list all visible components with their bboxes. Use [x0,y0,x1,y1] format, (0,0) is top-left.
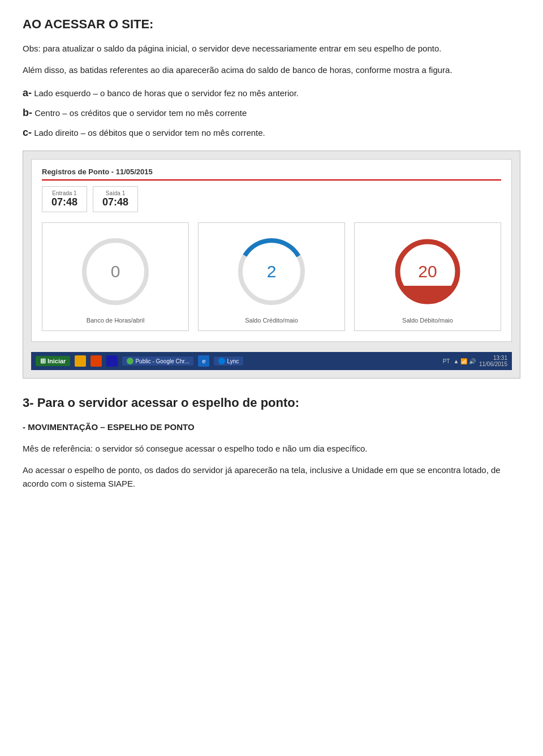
chrome-label: Public - Google Chr... [135,358,189,364]
list-b-text: Centro – os créditos que o servidor tem … [32,108,247,118]
taskbar-clock: 13:31 11/06/2015 [479,355,507,367]
taskbar-left: ⊞ Iniciar Public - Google Chr... e Lync [36,355,243,367]
chrome-btn[interactable]: Public - Google Chr... [122,356,193,366]
gauge-1-label: Banco de Horas/abril [87,317,145,324]
taskbar-date: 11/06/2015 [479,361,507,367]
taskbar-locale: PT [443,358,450,364]
list-c-text: Lado direito – os débitos que o servidor… [32,128,265,138]
list-a-prefix: a- [23,87,32,98]
saida-value: 07:48 [101,196,130,208]
gauge-1: 0 Banco de Horas/abril [42,222,189,331]
list-a: a- Lado esquerdo – o banco de horas que … [23,85,520,101]
taskbar-icon-3[interactable] [106,355,118,367]
gauge-2-value: 2 [267,262,277,281]
start-label: Iniciar [48,358,66,364]
gauge-2: 2 Saldo Crédito/maio [198,222,345,331]
section3-line1: - MOVIMENTAÇÃO – ESPELHO DE PONTO [23,420,520,434]
entrada-value: 07:48 [50,196,79,208]
taskbar-time: 13:31 [479,355,507,361]
gauge-3-value: 20 [418,262,437,281]
list-b: b- Centro – os créditos que o servidor t… [23,105,520,121]
saida-label: Saída 1 [101,190,130,196]
section3-line2: Mês de referência: o servidor só consegu… [23,442,520,456]
gauge-1-value: 0 [111,262,120,281]
gauges-row: 0 Banco de Horas/abril 2 Saldo Crédito/m… [42,222,501,331]
section3-title: 3- Para o servidor acessar o espelho de … [23,396,520,410]
gauge-3-circle: 20 [388,232,467,311]
taskbar-right: PT ▲ 📶 🔊 13:31 11/06/2015 [443,355,507,367]
gauge-3: 20 Saldo Débito/maio [354,222,501,331]
gauge-2-circle: 2 [232,232,311,311]
screenshot-container: Registros de Ponto - 11/05/2015 Entrada … [23,151,520,379]
ie-icon[interactable]: e [198,355,209,367]
paragraph-2: Além disso, as batidas referentes ao dia… [23,63,520,77]
chrome-icon [127,358,133,364]
entrada-box: Entrada 1 07:48 [42,186,87,212]
taskbar-icon-2[interactable] [90,355,102,367]
page-title: AO ACESSAR O SITE: [23,17,520,32]
gauge-1-circle: 0 [76,232,155,311]
gauge-2-label: Saldo Crédito/maio [245,317,298,324]
section3-line3: Ao acessar o espelho de ponto, os dados … [23,463,520,491]
taskbar-icon-1[interactable] [75,355,86,367]
paragraph-1: Obs: para atualizar o saldo da página in… [23,42,520,55]
time-boxes-row: Entrada 1 07:48 Saída 1 07:48 [42,186,501,212]
list-a-text: Lado esquerdo – o banco de horas que o s… [32,88,299,98]
list-c: c- Lado direito – os débitos que o servi… [23,124,520,141]
lync-label: Lync [227,358,239,364]
taskbar-icons-sys: ▲ 📶 🔊 [453,358,475,364]
lync-icon [218,358,225,364]
registros-title: Registros de Ponto - 11/05/2015 [42,167,501,181]
saida-box: Saída 1 07:48 [93,186,138,212]
list-c-prefix: c- [23,127,32,138]
list-b-prefix: b- [23,107,32,118]
windows-icon: ⊞ [40,357,46,365]
lync-btn[interactable]: Lync [214,356,243,366]
entrada-label: Entrada 1 [50,190,79,196]
start-button[interactable]: ⊞ Iniciar [36,356,70,366]
taskbar: ⊞ Iniciar Public - Google Chr... e Lync … [31,352,512,370]
gauge-3-label: Saldo Débito/maio [402,317,453,324]
